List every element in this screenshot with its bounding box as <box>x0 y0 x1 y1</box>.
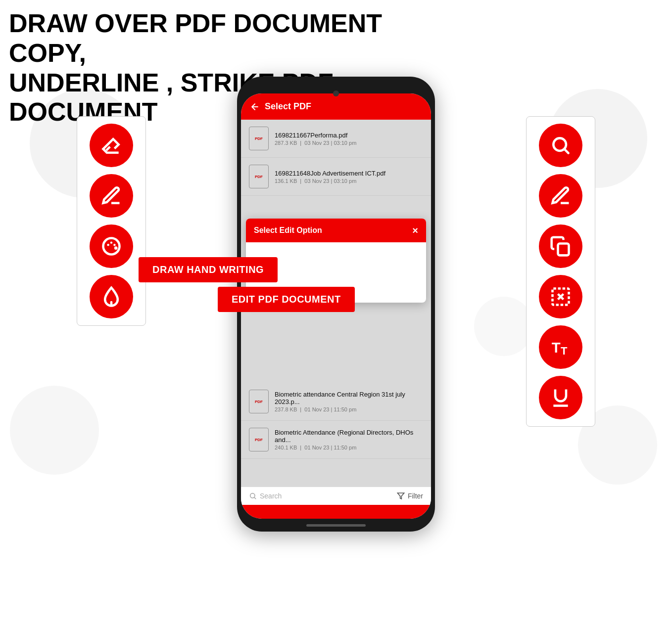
svg-point-3 <box>110 241 112 243</box>
svg-rect-6 <box>558 244 569 256</box>
draw-handwriting-callout[interactable]: DRAW HAND WRITING <box>139 257 278 282</box>
svg-point-1 <box>107 244 109 246</box>
pen-button[interactable] <box>90 174 133 218</box>
filter-icon <box>397 492 405 500</box>
left-toolbar <box>77 116 146 326</box>
edit-pdf-callout[interactable]: EDIT PDF DOCUMENT <box>218 287 355 312</box>
copy-button[interactable] <box>539 224 582 268</box>
eraser-button[interactable] <box>90 124 133 167</box>
app-bottom-bar <box>241 505 431 519</box>
filter-label: Filter <box>408 492 423 500</box>
svg-point-4 <box>114 246 118 250</box>
svg-point-2 <box>113 244 115 246</box>
search-area[interactable]: Search <box>249 492 391 500</box>
crop-select-button[interactable] <box>539 275 582 318</box>
modal-header: Select Edit Option × <box>246 219 426 242</box>
modal-close-button[interactable]: × <box>412 225 418 235</box>
back-arrow-icon[interactable] <box>250 102 260 112</box>
app-header: Select PDF <box>241 93 431 120</box>
search-label: Search <box>260 492 282 500</box>
search-bar: Search Filter <box>241 487 431 505</box>
phone-home-indicator <box>306 524 366 527</box>
modal-title: Select Edit Option <box>254 226 322 235</box>
svg-point-0 <box>103 238 120 255</box>
underline-button[interactable] <box>539 376 582 419</box>
svg-text:T: T <box>561 345 568 357</box>
phone-camera <box>333 90 339 96</box>
svg-marker-14 <box>397 493 404 499</box>
svg-text:T: T <box>552 339 561 356</box>
search-button[interactable] <box>539 124 582 167</box>
right-toolbar: T T <box>526 116 595 427</box>
search-icon <box>249 492 257 500</box>
header-title: Select PDF <box>265 101 311 112</box>
text-button[interactable]: T T <box>539 325 582 369</box>
filter-area[interactable]: Filter <box>397 492 423 500</box>
edit-pen-button[interactable] <box>539 174 582 218</box>
palette-button[interactable] <box>90 224 133 268</box>
dropper-button[interactable] <box>90 275 133 318</box>
